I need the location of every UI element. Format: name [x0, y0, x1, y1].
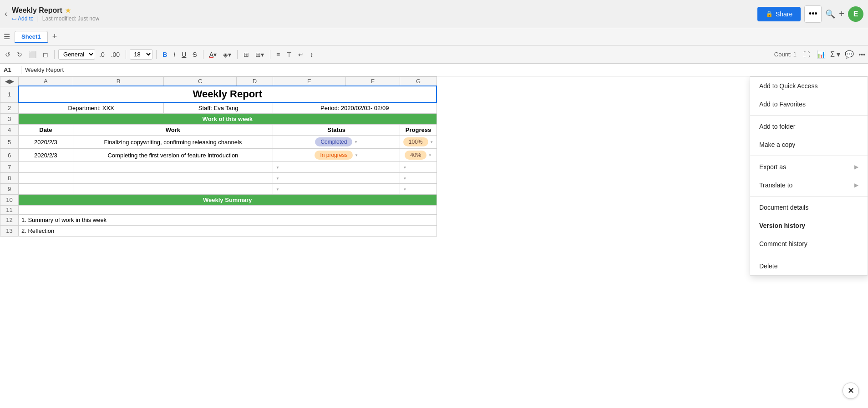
- progress-dropdown-icon-2[interactable]: ▼: [428, 153, 432, 157]
- search-icon[interactable]: 🔍: [825, 9, 835, 19]
- add-sheet-button[interactable]: +: [50, 31, 60, 42]
- chart-icon[interactable]: 📊: [817, 50, 826, 59]
- sheet-bar: ☰ Sheet1 +: [0, 28, 868, 45]
- row5-progress[interactable]: 100% ▼: [400, 136, 437, 149]
- comment-icon[interactable]: 💬: [845, 50, 854, 59]
- increase-decimal-button[interactable]: .00: [109, 50, 122, 60]
- back-button[interactable]: ‹: [5, 9, 7, 19]
- table-row: 13 2. Reflection: [0, 226, 437, 237]
- share-button[interactable]: 🔒 Share: [757, 7, 801, 21]
- font-size-select[interactable]: 18: [130, 49, 152, 60]
- summary-line1[interactable]: 1. Summary of work in this week: [19, 215, 437, 226]
- table-row: 8 ▼ ▼: [0, 173, 437, 184]
- close-button[interactable]: ✕: [843, 383, 859, 399]
- row-header-11: 11: [0, 206, 19, 215]
- cell-reference[interactable]: A1: [4, 66, 17, 73]
- redo-button[interactable]: ↻: [15, 50, 25, 60]
- row6-date[interactable]: 2020/2/3: [19, 149, 73, 162]
- section-header-cell[interactable]: Work of this week: [19, 114, 437, 125]
- col-header-g: G: [400, 77, 437, 86]
- title-cell[interactable]: Weekly Report: [19, 86, 437, 102]
- borders-button[interactable]: ⊞: [241, 50, 251, 60]
- table-row: 1 Weekly Report: [0, 86, 437, 102]
- spreadsheet-wrapper[interactable]: ◀▶ A B C D E F G 1 Weekly Report: [0, 76, 868, 408]
- table-row: 12 1. Summary of work in this week: [0, 215, 437, 226]
- valign-button[interactable]: ⊤: [284, 50, 294, 60]
- menu-add-favorites[interactable]: Add to Favorites: [750, 95, 868, 113]
- table-row: 6 2020/2/3 Completing the first version …: [0, 149, 437, 162]
- menu-divider-3: [750, 196, 868, 196]
- more-options-button[interactable]: •••: [804, 5, 822, 23]
- menu-add-quick-access[interactable]: Add to Quick Access: [750, 77, 868, 95]
- decrease-decimal-button[interactable]: .0: [97, 50, 107, 60]
- col-work-header[interactable]: Work: [73, 125, 273, 136]
- col-progress-header[interactable]: Progress: [400, 125, 437, 136]
- sheet-tab-sheet1[interactable]: Sheet1: [15, 31, 48, 43]
- dept-cell[interactable]: Department: XXX: [19, 102, 164, 114]
- menu-add-folder[interactable]: Add to folder: [750, 117, 868, 136]
- font-color-button[interactable]: A▾: [207, 50, 219, 60]
- wrap-button[interactable]: ↵: [296, 50, 306, 60]
- menu-document-details[interactable]: Document details: [750, 198, 868, 217]
- row6-status[interactable]: In progress ▼: [273, 149, 400, 162]
- col-date-header[interactable]: Date: [19, 125, 73, 136]
- underline-button[interactable]: U: [179, 50, 188, 60]
- row5-date[interactable]: 2020/2/3: [19, 136, 73, 149]
- strikethrough-button[interactable]: S: [190, 50, 199, 60]
- status-dropdown-icon-2[interactable]: ▼: [355, 153, 358, 157]
- bold-button[interactable]: B: [160, 50, 169, 60]
- col-status-header[interactable]: Status: [273, 125, 400, 136]
- toolbar-sep-5: [237, 50, 238, 59]
- merge-button[interactable]: ⊞▾: [253, 50, 266, 60]
- toolbar: ↺ ↻ ⬜ ◻ General .0 .00 18 B I U S A▾ ◈▾ …: [0, 45, 868, 64]
- italic-button[interactable]: I: [171, 50, 178, 60]
- menu-divider-1: [750, 115, 868, 116]
- doc-subtitle: ▭ Add to | Last modified: Just now: [12, 15, 99, 22]
- toolbar-sep-3: [156, 50, 157, 59]
- add-to-link[interactable]: ▭ Add to: [12, 15, 34, 22]
- row-header-5: 5: [0, 136, 19, 149]
- cell-content-display: Weekly Report: [25, 66, 64, 73]
- row5-work[interactable]: Finalizing copywriting, confirming relea…: [73, 136, 273, 149]
- sigma-icon[interactable]: Σ ▾: [830, 50, 840, 59]
- status-dropdown-icon[interactable]: ▼: [354, 140, 358, 144]
- undo-button[interactable]: ↺: [3, 50, 13, 60]
- align-button[interactable]: ≡: [274, 50, 282, 60]
- col-header-b: B: [73, 77, 164, 86]
- staff-cell[interactable]: Staff: Eva Tang: [164, 102, 273, 114]
- fill-color-button[interactable]: ◈▾: [221, 50, 233, 60]
- table-row: 9 ▼ ▼: [0, 184, 437, 195]
- col-header-d: D: [237, 77, 273, 86]
- menu-translate-to[interactable]: Translate to ▶: [750, 176, 868, 194]
- summary-line2[interactable]: 2. Reflection: [19, 226, 437, 237]
- menu-delete[interactable]: Delete: [750, 257, 868, 275]
- menu-make-copy[interactable]: Make a copy: [750, 136, 868, 154]
- star-icon[interactable]: ★: [65, 7, 71, 14]
- row6-progress[interactable]: 40% ▼: [400, 149, 437, 162]
- menu-export-as[interactable]: Export as ▶: [750, 158, 868, 176]
- weekly-summary-cell[interactable]: Weekly Summary: [19, 195, 437, 206]
- add-icon[interactable]: +: [839, 9, 844, 19]
- sort-button[interactable]: ↕: [308, 50, 315, 60]
- menu-comment-history[interactable]: Comment history: [750, 235, 868, 253]
- doc-title: Weekly Report ★: [12, 6, 99, 15]
- period-cell[interactable]: Period: 2020/02/03- 02/09: [273, 102, 437, 114]
- toolbar-sep-6: [270, 50, 270, 59]
- progress-badge-100: 100%: [403, 137, 428, 146]
- right-more-icon[interactable]: •••: [858, 51, 865, 58]
- translate-arrow-icon: ▶: [854, 182, 858, 188]
- progress-dropdown-icon[interactable]: ▼: [430, 140, 433, 144]
- expand-button[interactable]: ⛶: [801, 50, 812, 60]
- toolbar-sep-4: [203, 50, 203, 59]
- corner-header: ◀▶: [0, 77, 19, 86]
- table-row: 4 Date Work Status Progress: [0, 125, 437, 136]
- row6-work[interactable]: Completing the first version of feature …: [73, 149, 273, 162]
- clear-button[interactable]: ◻: [41, 50, 51, 60]
- layers-icon[interactable]: ☰: [4, 32, 10, 41]
- table-row: 11: [0, 206, 437, 215]
- row5-status[interactable]: Completed ▼: [273, 136, 400, 149]
- cell-bar-separator: [21, 66, 21, 74]
- font-type-select[interactable]: General: [58, 49, 95, 60]
- paint-format-button[interactable]: ⬜: [26, 50, 39, 60]
- menu-version-history[interactable]: Version history: [750, 217, 868, 235]
